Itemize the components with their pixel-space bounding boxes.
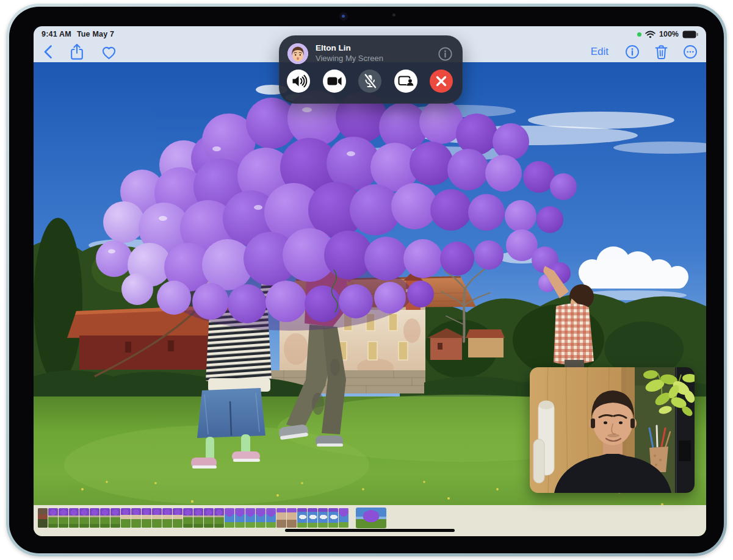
favorite-button[interactable] xyxy=(101,45,117,60)
battery-percent: 100% xyxy=(659,30,679,38)
filmstrip-frame[interactable] xyxy=(69,508,79,528)
home-indicator[interactable] xyxy=(285,529,455,532)
filmstrip-frame[interactable] xyxy=(193,508,203,528)
pip-self-view[interactable] xyxy=(530,367,695,493)
status-indicators: 100% xyxy=(637,30,698,38)
filmstrip-frame[interactable] xyxy=(245,508,255,528)
info-button[interactable] xyxy=(625,45,640,59)
back-icon xyxy=(42,44,53,60)
info-icon xyxy=(625,45,640,59)
filmstrip-frame[interactable] xyxy=(90,508,99,528)
video-icon xyxy=(323,70,345,92)
filmstrip-frame[interactable] xyxy=(204,508,214,528)
more-icon xyxy=(683,45,698,59)
filmstrip-frame[interactable] xyxy=(328,508,338,528)
filmstrip-frame[interactable] xyxy=(214,508,224,528)
filmstrip-frame[interactable] xyxy=(59,508,68,528)
filmstrip-frame[interactable] xyxy=(121,508,131,528)
favorite-icon xyxy=(101,45,117,60)
share-button[interactable] xyxy=(69,43,85,61)
end-call-button[interactable] xyxy=(430,70,453,93)
facetime-info-button[interactable] xyxy=(438,46,453,62)
trash-icon xyxy=(654,44,669,60)
camera-button[interactable] xyxy=(323,70,346,93)
ipad-device: 9:41 AMTue May 7 100% xyxy=(6,4,727,556)
video-filmstrip-bar xyxy=(34,505,706,536)
facetime-buttons-row xyxy=(279,64,463,93)
filmstrip-frame[interactable] xyxy=(79,508,89,528)
memoji-avatar-icon xyxy=(287,43,308,64)
wifi-icon xyxy=(645,31,655,38)
filmstrip-frame[interactable] xyxy=(142,508,151,528)
filmstrip-frame[interactable] xyxy=(297,508,307,528)
filmstrip-frame[interactable] xyxy=(110,508,120,528)
mic-muted-icon xyxy=(359,70,381,92)
speaker-icon xyxy=(287,70,309,92)
camera-in-use-dot-icon xyxy=(637,32,641,37)
share-screen-icon xyxy=(395,70,417,92)
battery-icon xyxy=(682,31,698,38)
filmstrip-frame[interactable] xyxy=(173,508,182,528)
filmstrip-frame[interactable] xyxy=(339,508,348,528)
info-circle-icon xyxy=(438,46,453,62)
filmstrip-frame[interactable] xyxy=(318,508,328,528)
sensor-dot-icon xyxy=(392,13,395,16)
end-call-x-icon xyxy=(430,70,452,92)
speaker-button[interactable] xyxy=(287,70,310,93)
caller-name: Elton Lin xyxy=(316,43,383,54)
edit-label: Edit xyxy=(591,46,608,58)
filmstrip-frames xyxy=(38,508,349,528)
filmstrip-frame[interactable] xyxy=(308,508,317,528)
back-button[interactable] xyxy=(42,44,53,60)
filmstrip-frame[interactable] xyxy=(131,508,141,528)
filmstrip-frame[interactable] xyxy=(152,508,162,528)
filmstrip-frame[interactable] xyxy=(276,508,286,528)
filmstrip-frame[interactable] xyxy=(48,508,58,528)
delete-button[interactable] xyxy=(654,44,669,60)
ipad-bezel: 9:41 AMTue May 7 100% xyxy=(9,7,724,553)
facetime-controls-pill: Elton Lin Viewing My Screen xyxy=(279,35,463,104)
filmstrip-selected-thumbnail[interactable] xyxy=(356,508,386,528)
filmstrip-frame[interactable] xyxy=(183,508,193,528)
caller-status: Viewing My Screen xyxy=(316,54,383,63)
filmstrip-frame[interactable] xyxy=(162,508,172,528)
pip-video-content xyxy=(530,367,695,493)
screen: 9:41 AMTue May 7 100% xyxy=(34,26,706,536)
status-date: Tue May 7 xyxy=(77,30,114,38)
share-screen-button[interactable] xyxy=(394,70,417,93)
filmstrip-frame[interactable] xyxy=(266,508,276,528)
filmstrip-frame[interactable] xyxy=(225,508,234,528)
edit-button[interactable]: Edit xyxy=(591,46,611,58)
status-time: 9:41 AM xyxy=(42,30,71,38)
filmstrip-frame[interactable] xyxy=(256,508,265,528)
mute-button[interactable] xyxy=(358,70,381,93)
caller-avatar xyxy=(287,43,308,64)
share-icon xyxy=(69,43,85,61)
filmstrip-frame[interactable] xyxy=(287,508,297,528)
filmstrip-frame[interactable] xyxy=(235,508,245,528)
facetime-caller-row: Elton Lin Viewing My Screen xyxy=(279,35,463,64)
more-button[interactable] xyxy=(683,45,698,59)
front-camera-icon xyxy=(339,12,348,21)
filmstrip-frame[interactable] xyxy=(38,508,48,528)
filmstrip-frame[interactable] xyxy=(100,508,110,528)
status-time-date: 9:41 AMTue May 7 xyxy=(42,30,114,38)
